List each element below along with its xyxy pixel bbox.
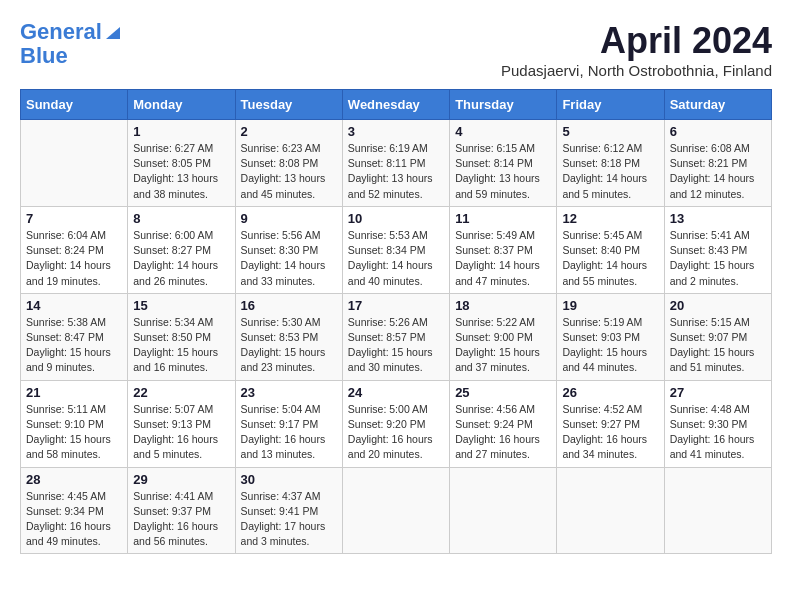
- day-number: 23: [241, 385, 337, 400]
- day-number: 20: [670, 298, 766, 313]
- calendar-cell: 21Sunrise: 5:11 AM Sunset: 9:10 PM Dayli…: [21, 380, 128, 467]
- calendar-header-row: SundayMondayTuesdayWednesdayThursdayFrid…: [21, 90, 772, 120]
- day-info: Sunrise: 4:37 AM Sunset: 9:41 PM Dayligh…: [241, 489, 337, 550]
- calendar-cell: [21, 120, 128, 207]
- day-number: 5: [562, 124, 658, 139]
- calendar-cell: 19Sunrise: 5:19 AM Sunset: 9:03 PM Dayli…: [557, 293, 664, 380]
- calendar-cell: 30Sunrise: 4:37 AM Sunset: 9:41 PM Dayli…: [235, 467, 342, 554]
- day-info: Sunrise: 5:41 AM Sunset: 8:43 PM Dayligh…: [670, 228, 766, 289]
- calendar-cell: [342, 467, 449, 554]
- day-info: Sunrise: 5:00 AM Sunset: 9:20 PM Dayligh…: [348, 402, 444, 463]
- day-number: 29: [133, 472, 229, 487]
- calendar-cell: 2Sunrise: 6:23 AM Sunset: 8:08 PM Daylig…: [235, 120, 342, 207]
- day-info: Sunrise: 4:48 AM Sunset: 9:30 PM Dayligh…: [670, 402, 766, 463]
- calendar-cell: 12Sunrise: 5:45 AM Sunset: 8:40 PM Dayli…: [557, 206, 664, 293]
- day-info: Sunrise: 5:26 AM Sunset: 8:57 PM Dayligh…: [348, 315, 444, 376]
- main-title: April 2024: [501, 20, 772, 62]
- day-number: 21: [26, 385, 122, 400]
- day-info: Sunrise: 6:08 AM Sunset: 8:21 PM Dayligh…: [670, 141, 766, 202]
- day-number: 13: [670, 211, 766, 226]
- calendar-table: SundayMondayTuesdayWednesdayThursdayFrid…: [20, 89, 772, 554]
- calendar-cell: 25Sunrise: 4:56 AM Sunset: 9:24 PM Dayli…: [450, 380, 557, 467]
- week-row-5: 28Sunrise: 4:45 AM Sunset: 9:34 PM Dayli…: [21, 467, 772, 554]
- calendar-cell: 5Sunrise: 6:12 AM Sunset: 8:18 PM Daylig…: [557, 120, 664, 207]
- day-info: Sunrise: 6:15 AM Sunset: 8:14 PM Dayligh…: [455, 141, 551, 202]
- day-number: 12: [562, 211, 658, 226]
- calendar-cell: [664, 467, 771, 554]
- day-info: Sunrise: 6:23 AM Sunset: 8:08 PM Dayligh…: [241, 141, 337, 202]
- day-number: 15: [133, 298, 229, 313]
- day-number: 4: [455, 124, 551, 139]
- day-info: Sunrise: 4:45 AM Sunset: 9:34 PM Dayligh…: [26, 489, 122, 550]
- subtitle: Pudasjaervi, North Ostrobothnia, Finland: [501, 62, 772, 79]
- column-header-wednesday: Wednesday: [342, 90, 449, 120]
- day-number: 7: [26, 211, 122, 226]
- week-row-1: 1Sunrise: 6:27 AM Sunset: 8:05 PM Daylig…: [21, 120, 772, 207]
- day-info: Sunrise: 6:19 AM Sunset: 8:11 PM Dayligh…: [348, 141, 444, 202]
- logo: General Blue: [20, 20, 122, 68]
- day-info: Sunrise: 5:30 AM Sunset: 8:53 PM Dayligh…: [241, 315, 337, 376]
- calendar-cell: 9Sunrise: 5:56 AM Sunset: 8:30 PM Daylig…: [235, 206, 342, 293]
- calendar-cell: 11Sunrise: 5:49 AM Sunset: 8:37 PM Dayli…: [450, 206, 557, 293]
- day-info: Sunrise: 5:15 AM Sunset: 9:07 PM Dayligh…: [670, 315, 766, 376]
- day-number: 27: [670, 385, 766, 400]
- day-number: 8: [133, 211, 229, 226]
- logo-text-line1: General: [20, 20, 102, 44]
- day-info: Sunrise: 5:56 AM Sunset: 8:30 PM Dayligh…: [241, 228, 337, 289]
- day-number: 10: [348, 211, 444, 226]
- day-number: 30: [241, 472, 337, 487]
- logo-icon: [104, 23, 122, 41]
- calendar-cell: 15Sunrise: 5:34 AM Sunset: 8:50 PM Dayli…: [128, 293, 235, 380]
- calendar-cell: [450, 467, 557, 554]
- day-number: 14: [26, 298, 122, 313]
- day-info: Sunrise: 5:49 AM Sunset: 8:37 PM Dayligh…: [455, 228, 551, 289]
- calendar-cell: 10Sunrise: 5:53 AM Sunset: 8:34 PM Dayli…: [342, 206, 449, 293]
- title-block: April 2024 Pudasjaervi, North Ostrobothn…: [501, 20, 772, 79]
- day-info: Sunrise: 5:38 AM Sunset: 8:47 PM Dayligh…: [26, 315, 122, 376]
- day-info: Sunrise: 5:04 AM Sunset: 9:17 PM Dayligh…: [241, 402, 337, 463]
- day-info: Sunrise: 6:12 AM Sunset: 8:18 PM Dayligh…: [562, 141, 658, 202]
- calendar-cell: 22Sunrise: 5:07 AM Sunset: 9:13 PM Dayli…: [128, 380, 235, 467]
- day-info: Sunrise: 5:45 AM Sunset: 8:40 PM Dayligh…: [562, 228, 658, 289]
- day-info: Sunrise: 5:22 AM Sunset: 9:00 PM Dayligh…: [455, 315, 551, 376]
- day-number: 9: [241, 211, 337, 226]
- day-info: Sunrise: 4:41 AM Sunset: 9:37 PM Dayligh…: [133, 489, 229, 550]
- calendar-cell: 28Sunrise: 4:45 AM Sunset: 9:34 PM Dayli…: [21, 467, 128, 554]
- day-number: 6: [670, 124, 766, 139]
- calendar-cell: 29Sunrise: 4:41 AM Sunset: 9:37 PM Dayli…: [128, 467, 235, 554]
- day-info: Sunrise: 5:53 AM Sunset: 8:34 PM Dayligh…: [348, 228, 444, 289]
- calendar-cell: 13Sunrise: 5:41 AM Sunset: 8:43 PM Dayli…: [664, 206, 771, 293]
- day-number: 1: [133, 124, 229, 139]
- day-info: Sunrise: 4:56 AM Sunset: 9:24 PM Dayligh…: [455, 402, 551, 463]
- svg-marker-0: [106, 27, 120, 39]
- calendar-cell: 14Sunrise: 5:38 AM Sunset: 8:47 PM Dayli…: [21, 293, 128, 380]
- day-info: Sunrise: 6:04 AM Sunset: 8:24 PM Dayligh…: [26, 228, 122, 289]
- calendar-cell: 1Sunrise: 6:27 AM Sunset: 8:05 PM Daylig…: [128, 120, 235, 207]
- day-number: 26: [562, 385, 658, 400]
- day-info: Sunrise: 6:27 AM Sunset: 8:05 PM Dayligh…: [133, 141, 229, 202]
- calendar-cell: 27Sunrise: 4:48 AM Sunset: 9:30 PM Dayli…: [664, 380, 771, 467]
- day-number: 24: [348, 385, 444, 400]
- calendar-cell: 20Sunrise: 5:15 AM Sunset: 9:07 PM Dayli…: [664, 293, 771, 380]
- calendar-cell: [557, 467, 664, 554]
- calendar-cell: 7Sunrise: 6:04 AM Sunset: 8:24 PM Daylig…: [21, 206, 128, 293]
- day-number: 3: [348, 124, 444, 139]
- calendar-cell: 23Sunrise: 5:04 AM Sunset: 9:17 PM Dayli…: [235, 380, 342, 467]
- day-number: 19: [562, 298, 658, 313]
- day-number: 16: [241, 298, 337, 313]
- column-header-sunday: Sunday: [21, 90, 128, 120]
- logo-text-line2: Blue: [20, 44, 68, 68]
- day-info: Sunrise: 6:00 AM Sunset: 8:27 PM Dayligh…: [133, 228, 229, 289]
- calendar-cell: 3Sunrise: 6:19 AM Sunset: 8:11 PM Daylig…: [342, 120, 449, 207]
- column-header-thursday: Thursday: [450, 90, 557, 120]
- page-header: General Blue April 2024 Pudasjaervi, Nor…: [20, 20, 772, 79]
- day-number: 2: [241, 124, 337, 139]
- week-row-4: 21Sunrise: 5:11 AM Sunset: 9:10 PM Dayli…: [21, 380, 772, 467]
- column-header-tuesday: Tuesday: [235, 90, 342, 120]
- week-row-2: 7Sunrise: 6:04 AM Sunset: 8:24 PM Daylig…: [21, 206, 772, 293]
- column-header-friday: Friday: [557, 90, 664, 120]
- day-number: 22: [133, 385, 229, 400]
- day-number: 28: [26, 472, 122, 487]
- day-info: Sunrise: 5:34 AM Sunset: 8:50 PM Dayligh…: [133, 315, 229, 376]
- day-number: 17: [348, 298, 444, 313]
